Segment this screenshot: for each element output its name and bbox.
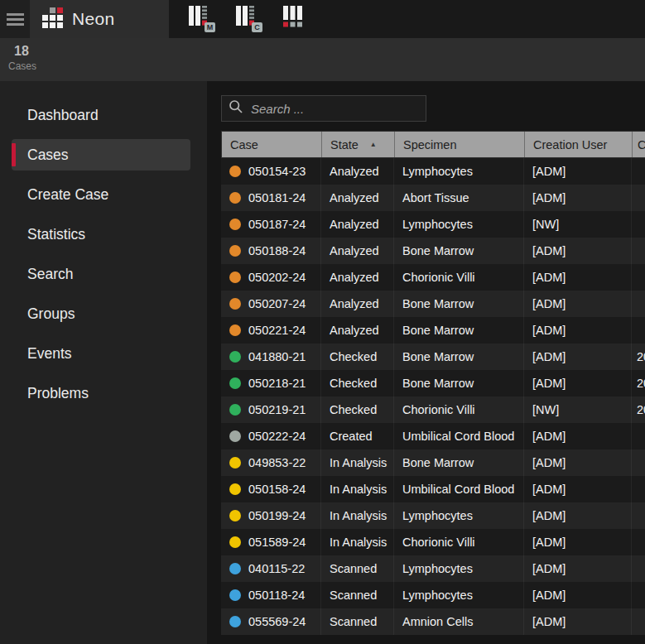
module-m-icon[interactable]: M bbox=[189, 6, 214, 32]
table-row[interactable]: 050181-24 Analyzed Abort Tissue [ADM] bbox=[221, 185, 645, 211]
case-cell: 050158-24 bbox=[221, 476, 320, 502]
specimen-cell: Lymphocytes bbox=[393, 582, 523, 608]
table-body: 050154-23 Analyzed Lymphocytes [ADM] 050… bbox=[221, 158, 645, 635]
case-cell: 050221-24 bbox=[221, 317, 320, 344]
specimen-cell: Bone Marrow bbox=[393, 317, 523, 344]
menu-button[interactable] bbox=[0, 0, 30, 38]
creation-cell bbox=[631, 185, 645, 211]
specimen-cell: Bone Marrow bbox=[393, 449, 523, 476]
status-dot bbox=[229, 324, 241, 336]
table-row[interactable]: 050222-24 Created Umbilical Cord Blood [… bbox=[221, 423, 645, 449]
case-cell: 050188-24 bbox=[221, 238, 320, 264]
state-cell: In Analysis bbox=[320, 476, 393, 502]
table-row[interactable]: 040115-22 Scanned Lymphocytes [ADM] bbox=[221, 555, 645, 582]
case-cell: 041880-21 bbox=[221, 344, 320, 370]
sidebar-item-dashboard[interactable]: Dashboard bbox=[0, 95, 207, 135]
table-row[interactable]: 055569-24 Scanned Amnion Cells [ADM] bbox=[221, 608, 645, 635]
module-grid-icon[interactable] bbox=[283, 6, 308, 32]
search-box[interactable] bbox=[221, 95, 426, 122]
table-row[interactable]: 050218-21 Checked Bone Marrow [ADM] 20 bbox=[221, 370, 645, 396]
column-header-creation[interactable]: C bbox=[632, 132, 645, 157]
status-dot bbox=[229, 430, 241, 442]
table-header: Case State ▲ Specimen Creation User C bbox=[221, 131, 645, 158]
status-dot bbox=[229, 166, 241, 177]
module-m-badge: M bbox=[205, 22, 215, 32]
creation-user-cell: [ADM] bbox=[523, 158, 631, 185]
creation-user-cell: [NW] bbox=[523, 211, 631, 238]
creation-user-cell: [ADM] bbox=[523, 185, 631, 211]
case-number: 050118-24 bbox=[248, 589, 305, 602]
state-cell: Analyzed bbox=[320, 158, 393, 185]
creation-cell bbox=[631, 476, 645, 502]
table-row[interactable]: 050207-24 Analyzed Bone Marrow [ADM] bbox=[221, 291, 645, 317]
case-number: 050199-24 bbox=[248, 509, 306, 522]
case-number: 050154-23 bbox=[248, 165, 306, 178]
search-input[interactable] bbox=[251, 102, 419, 116]
specimen-cell: Umbilical Cord Blood bbox=[393, 476, 523, 502]
state-cell: Analyzed bbox=[320, 211, 393, 238]
case-cell: 050154-23 bbox=[221, 158, 320, 185]
creation-cell: 20 bbox=[631, 370, 645, 396]
module-c-icon[interactable]: C bbox=[236, 6, 261, 32]
table-row[interactable]: 050219-21 Checked Chorionic Villi [NW] 2… bbox=[221, 396, 645, 423]
creation-user-cell: [ADM] bbox=[523, 608, 631, 635]
table-row[interactable]: 050118-24 Scanned Lymphocytes [ADM] bbox=[221, 582, 645, 608]
status-dot bbox=[229, 563, 241, 574]
creation-cell bbox=[631, 502, 645, 529]
sidebar-item-statistics[interactable]: Statistics bbox=[0, 214, 207, 254]
case-number: 050187-24 bbox=[248, 218, 306, 231]
state-cell: In Analysis bbox=[320, 502, 393, 529]
table-row[interactable]: 050199-24 In Analysis Lymphocytes [ADM] bbox=[221, 502, 645, 529]
sidebar-item-problems[interactable]: Problems bbox=[0, 373, 207, 413]
sidebar-item-cases[interactable]: Cases bbox=[12, 139, 190, 171]
creation-user-cell: [ADM] bbox=[523, 264, 631, 291]
case-cell: 055569-24 bbox=[221, 608, 320, 635]
table-row[interactable]: 050187-24 Analyzed Lymphocytes [NW] bbox=[221, 211, 645, 238]
column-header-case[interactable]: Case bbox=[222, 132, 321, 157]
case-number: 050219-21 bbox=[248, 403, 306, 416]
status-dot bbox=[229, 298, 241, 310]
state-cell: Scanned bbox=[320, 608, 393, 635]
case-number: 050218-21 bbox=[248, 377, 306, 390]
table-row[interactable]: 041880-21 Checked Bone Marrow [ADM] 20 bbox=[221, 344, 645, 370]
neon-logo-icon bbox=[42, 7, 63, 31]
table-row[interactable]: 050202-24 Analyzed Chorionic Villi [ADM] bbox=[221, 264, 645, 291]
case-cell: 050219-21 bbox=[221, 396, 320, 423]
specimen-cell: Lymphocytes bbox=[393, 555, 523, 582]
table-row[interactable]: 049853-22 In Analysis Bone Marrow [ADM] bbox=[221, 449, 645, 476]
sidebar-item-search[interactable]: Search bbox=[0, 254, 207, 294]
column-header-specimen[interactable]: Specimen bbox=[394, 132, 524, 157]
creation-cell bbox=[631, 264, 645, 291]
table-row[interactable]: 050158-24 In Analysis Umbilical Cord Blo… bbox=[221, 476, 645, 502]
column-header-state[interactable]: State ▲ bbox=[321, 132, 394, 157]
creation-cell bbox=[631, 211, 645, 238]
table-row[interactable]: 051589-24 In Analysis Chorionic Villi [A… bbox=[221, 529, 645, 555]
case-number: 049853-22 bbox=[248, 456, 306, 469]
specimen-cell: Lymphocytes bbox=[393, 211, 523, 238]
creation-user-cell: [ADM] bbox=[523, 291, 631, 317]
status-dot bbox=[229, 272, 241, 283]
active-accent-bar bbox=[12, 143, 16, 166]
sidebar-item-create-case[interactable]: Create Case bbox=[0, 175, 207, 214]
specimen-cell: Bone Marrow bbox=[393, 238, 523, 264]
case-number: 050158-24 bbox=[248, 483, 306, 496]
main-panel: Case State ▲ Specimen Creation User C 05… bbox=[207, 81, 645, 644]
sidebar-item-groups[interactable]: Groups bbox=[0, 294, 207, 334]
specimen-cell: Abort Tissue bbox=[393, 185, 523, 211]
column-header-creation-user[interactable]: Creation User bbox=[524, 132, 632, 157]
creation-cell bbox=[631, 529, 645, 555]
case-number: 050222-24 bbox=[248, 430, 306, 443]
state-cell: Created bbox=[320, 423, 393, 449]
table-row[interactable]: 050154-23 Analyzed Lymphocytes [ADM] bbox=[221, 158, 645, 185]
case-cell: 050181-24 bbox=[221, 185, 320, 211]
sidebar-item-events[interactable]: Events bbox=[0, 334, 207, 373]
neon-app-tab[interactable]: Neon bbox=[30, 0, 169, 38]
state-cell: Checked bbox=[320, 396, 393, 423]
state-cell: Checked bbox=[320, 344, 393, 370]
table-row[interactable]: 050221-24 Analyzed Bone Marrow [ADM] bbox=[221, 317, 645, 344]
state-cell: Analyzed bbox=[320, 238, 393, 264]
case-cell: 040115-22 bbox=[221, 555, 320, 582]
creation-cell bbox=[631, 291, 645, 317]
specimen-cell: Bone Marrow bbox=[393, 344, 523, 370]
table-row[interactable]: 050188-24 Analyzed Bone Marrow [ADM] bbox=[221, 238, 645, 264]
